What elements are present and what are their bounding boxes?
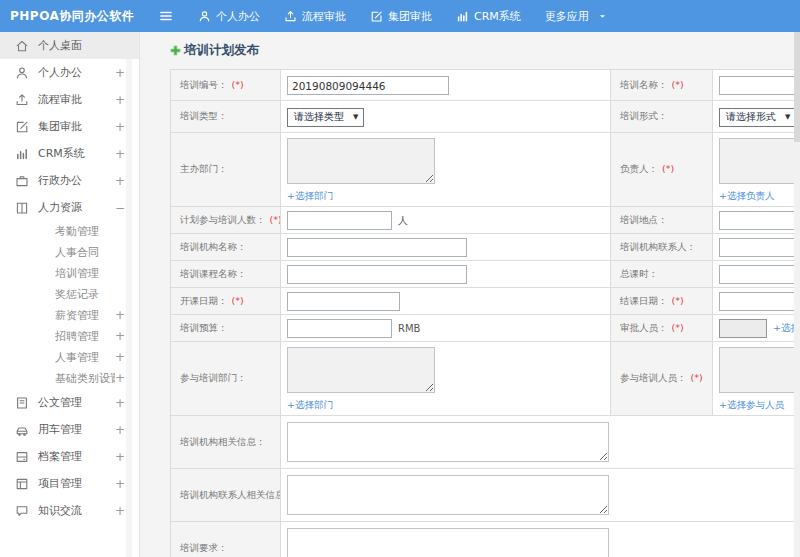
field-label-org-contact-info: 培训机构联系人相关信息： bbox=[171, 469, 281, 522]
approver-input[interactable] bbox=[719, 319, 767, 338]
sidebar-item-label: 档案管理 bbox=[38, 449, 115, 464]
join-dept-picker[interactable] bbox=[287, 347, 435, 393]
expand-sign: + bbox=[115, 120, 125, 134]
sidebar-subitem-rewards[interactable]: 奖惩记录 bbox=[0, 284, 139, 305]
field-label-start-date: 开课日期：(*) bbox=[171, 288, 281, 315]
caret-down-icon: ▼ bbox=[785, 113, 790, 121]
topnav-label: 集团审批 bbox=[388, 9, 432, 24]
expand-sign: + bbox=[115, 347, 125, 368]
select-host-dept-link[interactable]: +选择部门 bbox=[287, 190, 333, 203]
sidebar-item-workflow-approval[interactable]: 流程审批 + bbox=[0, 86, 139, 113]
user-icon bbox=[15, 66, 29, 80]
org-contact-info-textarea[interactable] bbox=[287, 475, 609, 515]
sidebar-subitem-training[interactable]: 培训管理 bbox=[0, 263, 139, 284]
field-label-join-dept: 参与培训部门： bbox=[171, 342, 281, 416]
train-name-input[interactable] bbox=[719, 76, 800, 95]
expand-sign: + bbox=[115, 305, 125, 326]
content-scrollbar[interactable] bbox=[794, 32, 800, 557]
sidebar-subitem-base-category[interactable]: 基础类别设置+ bbox=[0, 368, 139, 389]
sidebar-item-label: 流程审批 bbox=[38, 92, 115, 107]
sidebar-item-personal-desktop[interactable]: 个人桌面 bbox=[0, 32, 139, 59]
edit-icon bbox=[15, 120, 29, 134]
sidebar-item-vehicle[interactable]: 用车管理 + bbox=[0, 416, 139, 443]
field-label-end-date: 结课日期：(*) bbox=[611, 288, 713, 315]
topnav-personal-office[interactable]: 个人办公 bbox=[198, 9, 260, 24]
topnav-more-apps[interactable]: 更多应用 bbox=[545, 9, 607, 24]
sidebar-item-archive[interactable]: 档案管理 + bbox=[0, 443, 139, 470]
sidebar-subitem-attendance[interactable]: 考勤管理 bbox=[0, 221, 139, 242]
train-no-input[interactable] bbox=[287, 76, 449, 95]
expand-sign: + bbox=[115, 396, 125, 410]
expand-sign bbox=[115, 263, 125, 284]
expand-sign: + bbox=[115, 174, 125, 188]
archive-icon bbox=[15, 450, 29, 464]
sidebar-subitem-label: 考勤管理 bbox=[55, 221, 115, 242]
expand-sign bbox=[115, 284, 125, 305]
join-people-picker[interactable] bbox=[719, 347, 800, 393]
field-label-train-form: 培训形式： bbox=[611, 101, 713, 133]
page-title: 培训计划发布 bbox=[170, 41, 800, 60]
sidebar-subitem-label: 基础类别设置 bbox=[55, 368, 115, 389]
select-join-people-link[interactable]: +选择参与人员 bbox=[719, 399, 784, 412]
doc-icon bbox=[15, 396, 29, 410]
org-info-textarea[interactable] bbox=[287, 422, 609, 462]
field-label-requirements: 培训要求： bbox=[171, 522, 281, 557]
sidebar-item-knowledge[interactable]: 知识交流 + bbox=[0, 497, 139, 524]
sidebar-item-hr[interactable]: 人力资源 − bbox=[0, 194, 139, 221]
budget-input[interactable] bbox=[287, 319, 392, 338]
sidebar-subitem-label: 人事合同 bbox=[55, 242, 115, 263]
field-label-org-contact: 培训机构联系人： bbox=[611, 234, 713, 261]
field-label-train-type: 培训类型： bbox=[171, 101, 281, 133]
flow-icon bbox=[284, 10, 297, 23]
end-date-input[interactable] bbox=[719, 292, 800, 311]
sidebar-subitem-personnel[interactable]: 人事管理+ bbox=[0, 347, 139, 368]
field-label-host-dept: 主办部门： bbox=[171, 133, 281, 207]
main-content: 培训计划发布 培训编号：(*) 培训名称：(*) 培训类型： 请选择类型▼ 培训… bbox=[140, 32, 800, 557]
sidebar-subitem-hr-contract[interactable]: 人事合同 bbox=[0, 242, 139, 263]
sidebar-subitem-recruitment[interactable]: 招聘管理+ bbox=[0, 326, 139, 347]
leader-picker[interactable] bbox=[719, 138, 800, 184]
book-icon bbox=[15, 201, 29, 215]
location-input[interactable] bbox=[719, 211, 800, 230]
sidebar-item-group-approval[interactable]: 集团审批 + bbox=[0, 113, 139, 140]
car-icon bbox=[15, 423, 29, 437]
sidebar-item-crm[interactable]: CRM系统 + bbox=[0, 140, 139, 167]
field-label-org-info: 培训机构相关信息： bbox=[171, 416, 281, 469]
start-date-input[interactable] bbox=[287, 292, 400, 311]
course-name-input[interactable] bbox=[287, 265, 467, 284]
sidebar-item-project[interactable]: 项目管理 + bbox=[0, 470, 139, 497]
sidebar-item-personal-office[interactable]: 个人办公 + bbox=[0, 59, 139, 86]
training-plan-form: 培训编号：(*) 培训名称：(*) 培训类型： 请选择类型▼ 培训形式： 请选择… bbox=[170, 69, 800, 557]
expand-sign: + bbox=[115, 368, 125, 389]
hamburger-menu-icon[interactable] bbox=[156, 6, 176, 26]
expand-sign bbox=[115, 242, 125, 263]
plus-icon bbox=[170, 41, 181, 60]
topnav-group-approval[interactable]: 集团审批 bbox=[370, 9, 432, 24]
expand-sign: + bbox=[115, 66, 125, 80]
sidebar-item-label: 集团审批 bbox=[38, 119, 115, 134]
requirements-textarea[interactable] bbox=[287, 528, 609, 557]
sidebar-item-admin-office[interactable]: 行政办公 + bbox=[0, 167, 139, 194]
topnav-crm[interactable]: CRM系统 bbox=[456, 9, 521, 24]
edit-icon bbox=[370, 10, 383, 23]
field-label-leader: 负责人：(*) bbox=[611, 133, 713, 207]
train-type-select[interactable]: 请选择类型▼ bbox=[287, 108, 364, 127]
org-contact-input[interactable] bbox=[719, 238, 800, 257]
topnav-label: 流程审批 bbox=[302, 9, 346, 24]
train-form-select[interactable]: 请选择形式▼ bbox=[719, 108, 796, 127]
sidebar-subitem-salary[interactable]: 薪资管理+ bbox=[0, 305, 139, 326]
select-leader-link[interactable]: +选择负责人 bbox=[719, 190, 774, 203]
select-join-dept-link[interactable]: +选择部门 bbox=[287, 399, 333, 412]
host-dept-picker[interactable] bbox=[287, 138, 435, 184]
field-label-total-hours: 总课时： bbox=[611, 261, 713, 288]
topnav-workflow-approval[interactable]: 流程审批 bbox=[284, 9, 346, 24]
sidebar-item-document[interactable]: 公文管理 + bbox=[0, 389, 139, 416]
user-icon bbox=[198, 10, 211, 23]
sidebar-item-label: CRM系统 bbox=[38, 146, 115, 161]
org-name-input[interactable] bbox=[287, 238, 467, 257]
planned-count-input[interactable] bbox=[287, 211, 392, 230]
top-bar: PHPOA协同办公软件 个人办公 流程审批 集团审批 CRM系统 更多应用 bbox=[0, 0, 800, 32]
total-hours-input[interactable] bbox=[719, 265, 800, 284]
expand-sign: + bbox=[115, 93, 125, 107]
app-window: PHPOA协同办公软件 个人办公 流程审批 集团审批 CRM系统 更多应用 bbox=[0, 0, 800, 557]
